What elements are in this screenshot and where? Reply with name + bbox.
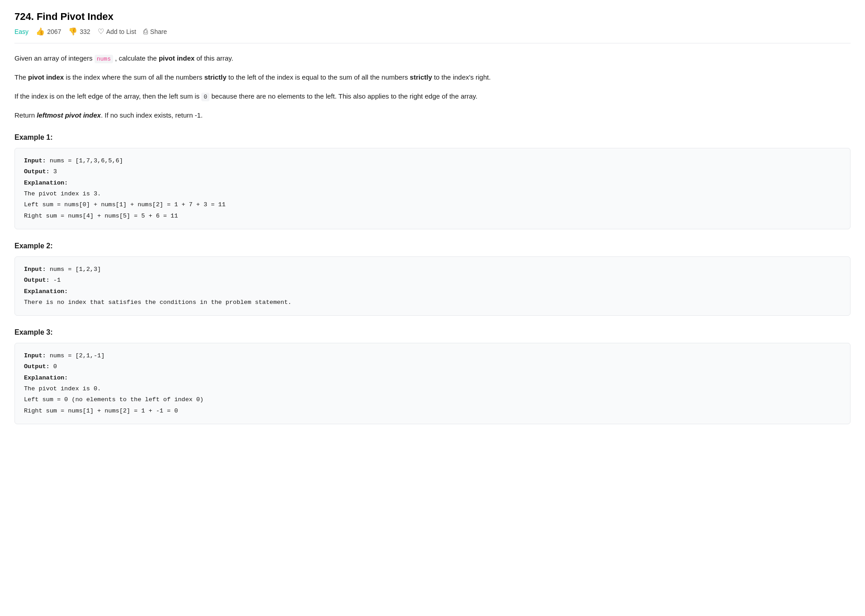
- downvote-button[interactable]: 👎 332: [68, 27, 90, 36]
- add-to-list-label: Add to List: [106, 28, 136, 35]
- example-1-input-value: nums = [1,7,3,6,5,6]: [50, 157, 123, 164]
- example-1-output-label: Output:: [24, 168, 50, 175]
- downvote-count: 332: [80, 28, 90, 35]
- problem-title: 724. Find Pivot Index: [14, 11, 851, 23]
- example-2-title: Example 2:: [14, 242, 851, 250]
- example-1-code: Input: nums = [1,7,3,6,5,6] Output: 3 Ex…: [14, 148, 851, 229]
- example-1-explanation-line-2: Left sum = nums[0] + nums[1] + nums[2] =…: [24, 199, 841, 210]
- example-2-explanation-label: Explanation:: [24, 288, 68, 295]
- upvote-button[interactable]: 👍 2067: [36, 27, 61, 36]
- share-icon: ⎙: [143, 28, 148, 36]
- example-2-input-label: Input:: [24, 266, 46, 273]
- share-label: Share: [150, 28, 167, 35]
- example-1-explanation-line-3: Right sum = nums[4] + nums[5] = 5 + 6 = …: [24, 211, 841, 222]
- example-1: Example 1: Input: nums = [1,7,3,6,5,6] O…: [14, 133, 851, 229]
- add-to-list-button[interactable]: ♡ Add to List: [98, 27, 136, 36]
- example-3-explanation-line-2: Left sum = 0 (no elements to the left of…: [24, 394, 841, 405]
- upvote-count: 2067: [47, 28, 61, 35]
- inline-code-nums: nums: [95, 55, 113, 63]
- meta-bar: Easy 👍 2067 👎 332 ♡ Add to List ⎙ Share: [14, 27, 851, 43]
- share-button[interactable]: ⎙ Share: [143, 28, 167, 36]
- heart-icon: ♡: [98, 27, 104, 36]
- example-1-explanation-line-1: The pivot index is 3.: [24, 189, 841, 199]
- description-paragraph-4: Return leftmost pivot index. If no such …: [14, 109, 851, 121]
- thumbs-down-icon: 👎: [68, 27, 77, 36]
- example-3-explanation-line-1: The pivot index is 0.: [24, 384, 841, 394]
- example-3: Example 3: Input: nums = [2,1,-1] Output…: [14, 328, 851, 424]
- description-paragraph-1: Given an array of integers nums , calcul…: [14, 52, 851, 64]
- difficulty-badge: Easy: [14, 28, 29, 35]
- problem-description: Given an array of integers nums , calcul…: [14, 52, 851, 121]
- example-1-title: Example 1:: [14, 133, 851, 142]
- example-2-code: Input: nums = [1,2,3] Output: -1 Explana…: [14, 256, 851, 316]
- example-3-output-label: Output:: [24, 363, 50, 370]
- example-2: Example 2: Input: nums = [1,2,3] Output:…: [14, 242, 851, 316]
- example-1-output-value: 3: [53, 168, 57, 175]
- example-1-input-label: Input:: [24, 157, 46, 164]
- example-2-explanation-line-1: There is no index that satisfies the con…: [24, 297, 841, 308]
- description-paragraph-3: If the index is on the left edge of the …: [14, 90, 851, 102]
- example-3-input-value: nums = [2,1,-1]: [50, 352, 105, 359]
- example-3-explanation-line-3: Right sum = nums[1] + nums[2] = 1 + -1 =…: [24, 406, 841, 417]
- example-3-code: Input: nums = [2,1,-1] Output: 0 Explana…: [14, 343, 851, 424]
- description-paragraph-2: The pivot index is the index where the s…: [14, 71, 851, 83]
- example-1-explanation-label: Explanation:: [24, 180, 68, 186]
- example-3-title: Example 3:: [14, 328, 851, 336]
- example-2-output-value: -1: [53, 277, 61, 284]
- example-2-input-value: nums = [1,2,3]: [50, 266, 101, 273]
- inline-code-zero: 0: [201, 93, 209, 101]
- example-2-output-label: Output:: [24, 277, 50, 284]
- example-3-input-label: Input:: [24, 352, 46, 359]
- example-3-output-value: 0: [53, 363, 57, 370]
- example-3-explanation-label: Explanation:: [24, 374, 68, 381]
- thumbs-up-icon: 👍: [36, 27, 45, 36]
